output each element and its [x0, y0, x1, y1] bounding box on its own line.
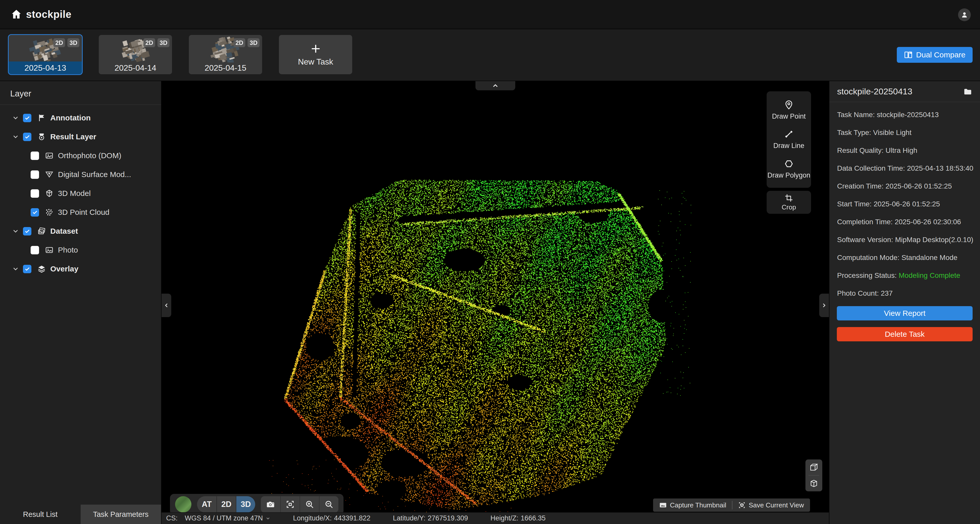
status-badge: Modeling Complete	[899, 272, 960, 279]
point-cloud-canvas[interactable]	[162, 81, 828, 512]
draw-point-icon	[784, 100, 794, 110]
orthophoto-icon	[45, 151, 54, 160]
layer-row-result-layer[interactable]: Result Layer	[0, 127, 161, 146]
chevron-down-icon[interactable]	[12, 133, 19, 141]
save-view-icon	[738, 501, 746, 509]
layer-row-photo[interactable]: Photo	[0, 241, 161, 259]
checkbox-3d-point-cloud[interactable]	[30, 208, 39, 217]
layer-row-3d-point-cloud[interactable]: 3D Point Cloud	[0, 203, 161, 222]
tab-task-parameters[interactable]: Task Parameters	[81, 505, 161, 524]
new-task-button[interactable]: New Task	[279, 35, 352, 74]
field-creation-time: Creation Time: 2025-06-26 01:52:25	[837, 181, 976, 191]
layer-panel-title: Layer	[0, 81, 161, 105]
zoom-out-icon	[325, 500, 334, 509]
task-thumbnail: 2D 3D	[9, 35, 82, 62]
badge-2d[interactable]: 2D	[53, 38, 65, 47]
checkbox-result-layer[interactable]	[23, 133, 32, 141]
badge-2d[interactable]: 2D	[143, 38, 156, 47]
task-detail-panel: stockpile-20250413 Task Name: stockpile-…	[829, 81, 980, 524]
home-button[interactable]	[10, 8, 22, 21]
task-thumbnail: 2D 3D	[99, 35, 172, 62]
checkbox-photo[interactable]	[30, 246, 39, 254]
height-readout: Height/Z:1666.35	[490, 514, 546, 522]
crop-button[interactable]: Crop	[782, 194, 796, 211]
view-mode-at[interactable]: AT	[197, 496, 216, 513]
view-mode-3d[interactable]: 3D	[236, 496, 255, 513]
field-start-time: Start Time: 2025-06-26 01:52:25	[837, 199, 976, 209]
badge-2d[interactable]: 2D	[234, 38, 245, 47]
collapse-right-panel-handle[interactable]	[819, 294, 829, 317]
home-icon	[11, 9, 22, 20]
fit-view-button[interactable]	[280, 496, 300, 513]
save-current-view-button[interactable]: Save Current View	[738, 501, 804, 509]
folder-icon[interactable]	[963, 87, 972, 96]
point-cloud-icon	[45, 208, 54, 217]
checkbox-dsm[interactable]	[30, 170, 39, 179]
checkbox-orthophoto[interactable]	[30, 152, 39, 160]
fit-view-icon	[286, 500, 295, 509]
draw-line-button[interactable]: Draw Line	[767, 129, 811, 150]
field-photo-count: Photo Count: 237	[837, 288, 976, 298]
view-cube-side-button[interactable]	[805, 476, 822, 491]
dual-compare-button[interactable]: Dual Compare	[897, 47, 973, 63]
layer-row-overlay[interactable]: Overlay	[0, 259, 161, 278]
chevron-up-icon	[492, 82, 499, 89]
task-card-list: 2D 3D 2025-04-13 2D 3D 2025-04-14	[9, 35, 352, 74]
layer-row-dsm[interactable]: Digital Surface Mod...	[0, 165, 161, 184]
capture-thumbnail-button[interactable]: Capture Thumbnail	[659, 501, 726, 509]
chevron-right-icon	[821, 302, 827, 309]
view-cube-top-button[interactable]	[805, 459, 822, 475]
minimap-thumbnail[interactable]	[175, 496, 191, 513]
layer-row-3d-model[interactable]: 3D Model	[0, 184, 161, 203]
user-icon	[961, 11, 968, 18]
app-window: stockpile 2D 3D 2025-04-13	[0, 0, 980, 524]
view-mode-2d[interactable]: 2D	[216, 496, 236, 513]
user-avatar[interactable]	[958, 8, 971, 21]
dsm-icon	[45, 170, 54, 179]
badge-medal-icon	[37, 132, 46, 141]
3d-model-icon	[45, 189, 54, 198]
task-date: 2025-04-15	[189, 62, 262, 74]
layer-row-dataset[interactable]: Dataset	[0, 222, 161, 241]
layer-row-annotation[interactable]: Annotation	[0, 108, 161, 127]
checkbox-dataset[interactable]	[23, 227, 32, 235]
zoom-in-icon	[305, 500, 314, 509]
save-current-view-label: Save Current View	[749, 501, 804, 509]
chevron-down-icon[interactable]	[12, 114, 19, 122]
checkbox-overlay[interactable]	[23, 265, 32, 273]
tab-result-list[interactable]: Result List	[0, 505, 81, 524]
view-report-button[interactable]: View Report	[837, 306, 973, 321]
chevron-down-icon[interactable]	[12, 227, 19, 235]
task-card-2025-04-14[interactable]: 2D 3D 2025-04-14	[99, 35, 172, 74]
task-card-2025-04-13[interactable]: 2D 3D 2025-04-13	[9, 35, 82, 74]
checkbox-3d-model[interactable]	[30, 189, 39, 198]
flag-icon	[37, 114, 46, 122]
layer-row-orthophoto[interactable]: Orthophoto (DOM)	[0, 146, 161, 165]
zoom-out-button[interactable]	[319, 496, 339, 513]
draw-polygon-button[interactable]: Draw Polygon	[767, 159, 811, 179]
layer-label: Result Layer	[50, 132, 96, 141]
field-result-quality: Result Quality: Ultra High	[837, 145, 976, 156]
zoom-in-button[interactable]	[300, 496, 319, 513]
crop-icon	[784, 194, 793, 202]
collapse-taskbar-handle[interactable]	[476, 81, 515, 90]
screenshot-button[interactable]	[261, 496, 280, 513]
collapse-left-panel-handle[interactable]	[162, 294, 171, 317]
cube-wireframe-icon	[809, 479, 819, 488]
badge-3d[interactable]: 3D	[67, 38, 80, 47]
delete-task-button[interactable]: Delete Task	[837, 327, 973, 341]
chevron-down-icon[interactable]	[12, 265, 19, 273]
field-processing-status: Processing Status: Modeling Complete	[837, 270, 976, 280]
field-task-name: Task Name: stockpile-20250413	[837, 110, 976, 120]
header: stockpile	[0, 0, 980, 29]
layer-label: 3D Model	[58, 189, 91, 198]
checkbox-annotation[interactable]	[23, 114, 32, 122]
cs-selector[interactable]: WGS 84 / UTM zone 47N	[185, 514, 270, 522]
layer-tree: Annotation Result Layer	[0, 105, 161, 278]
task-card-2025-04-15[interactable]: 2D 3D 2025-04-15	[189, 35, 262, 74]
badge-3d[interactable]: 3D	[248, 38, 259, 47]
draw-point-button[interactable]: Draw Point	[767, 100, 811, 121]
task-date: 2025-04-14	[99, 62, 172, 74]
badge-3d[interactable]: 3D	[158, 38, 169, 47]
main-area: Layer Annotation	[0, 81, 980, 524]
